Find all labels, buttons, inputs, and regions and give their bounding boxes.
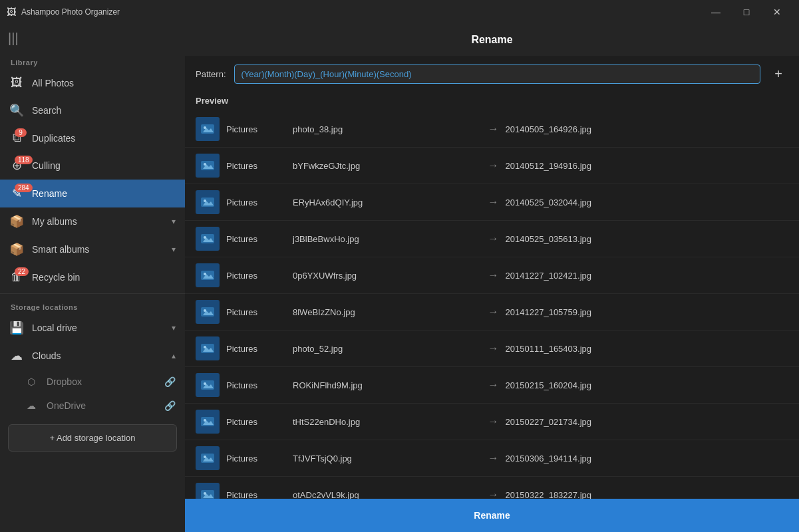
smart-albums-icon: 📦	[9, 242, 24, 257]
sidebar-item-label: Rename	[32, 188, 176, 199]
table-row: Pictures otADc2vVL9k.jpg → 20150322_1832…	[185, 477, 799, 499]
arrow-icon: →	[488, 160, 499, 172]
table-row: Pictures j3BlBeBwxHo.jpg → 20140525_0356…	[185, 221, 799, 257]
dropbox-icon: ⬡	[24, 376, 39, 387]
sidebar-item-all-photos[interactable]: 🖼 All Photos	[0, 69, 185, 96]
file-folder: Pictures	[226, 344, 286, 354]
sidebar-item-dropbox[interactable]: ⬡ Dropbox 🔗	[0, 370, 185, 394]
app-title: Ashampoo Photo Organizer	[21, 7, 695, 17]
file-renamed-name: 20140512_194916.jpg	[506, 161, 788, 171]
file-thumbnail	[196, 227, 220, 251]
file-original-name: ROKiNFlhd9M.jpg	[293, 380, 482, 390]
file-renamed-name: 20150306_194114.jpg	[506, 454, 788, 464]
hard-drive-icon: 💾	[9, 321, 24, 335]
all-photos-icon: 🖼	[9, 76, 24, 90]
svg-point-14	[204, 273, 206, 275]
file-original-name: 8lWeBIzZNo.jpg	[293, 307, 482, 317]
file-thumbnail	[196, 117, 220, 141]
sidebar-item-search[interactable]: 🔍 Search	[0, 96, 185, 124]
sidebar-item-label: Duplicates	[32, 133, 176, 144]
file-thumbnail	[196, 300, 220, 324]
svg-point-2	[204, 126, 206, 129]
minimize-button[interactable]: —	[701, 0, 731, 24]
sidebar-item-label: OneDrive	[47, 400, 156, 411]
my-albums-icon: 📦	[9, 214, 24, 229]
app-icon: 🖼	[7, 7, 16, 17]
sidebar-toolbar: |||	[0, 24, 185, 52]
table-row: Pictures photo_38.jpg → 20140505_164926.…	[185, 111, 799, 148]
close-button[interactable]: ✕	[762, 0, 792, 24]
table-row: Pictures TfJVFTsjQ0.jpg → 20150306_19411…	[185, 440, 799, 477]
file-renamed-name: 20150322_183227.jpg	[506, 490, 788, 499]
file-folder: Pictures	[226, 271, 286, 281]
duplicates-badge: 9	[15, 128, 27, 137]
file-thumbnail	[196, 190, 220, 214]
svg-point-20	[204, 346, 206, 348]
svg-point-11	[204, 236, 206, 239]
add-pattern-button[interactable]: +	[768, 64, 788, 84]
sidebar-toggle-icon[interactable]: |||	[8, 31, 19, 46]
sidebar-item-label: Smart albums	[32, 244, 164, 255]
file-thumbnail	[196, 410, 220, 434]
sidebar-divider	[0, 293, 185, 294]
cloud-icon: ☁	[9, 348, 24, 363]
link-icon: 🔗	[164, 376, 176, 387]
title-bar: 🖼 Ashampoo Photo Organizer — □ ✕	[0, 0, 799, 24]
storage-section-label: Storage locations	[0, 297, 185, 314]
file-renamed-name: 20141227_102421.jpg	[506, 271, 788, 281]
sidebar-item-rename[interactable]: 284 ✎ Rename	[0, 180, 185, 207]
pattern-bar: Pattern: +	[185, 56, 799, 92]
file-folder: Pictures	[226, 124, 286, 134]
file-renamed-name: 20140525_032044.jpg	[506, 198, 788, 207]
arrow-icon: →	[488, 123, 499, 135]
table-row: Pictures 8lWeBIzZNo.jpg → 20141227_10575…	[185, 294, 799, 331]
file-thumbnail	[196, 336, 220, 360]
maximize-button[interactable]: □	[731, 0, 762, 24]
arrow-icon: →	[488, 306, 499, 318]
arrow-icon: →	[488, 489, 499, 499]
svg-point-32	[204, 492, 206, 495]
sidebar-item-clouds[interactable]: ☁ Clouds ▴	[0, 342, 185, 370]
sidebar-item-culling[interactable]: 118 ⊕ Culling	[0, 152, 185, 180]
arrow-icon: →	[488, 342, 499, 354]
sidebar-item-smart-albums[interactable]: 📦 Smart albums ▾	[0, 235, 185, 263]
svg-point-8	[204, 200, 206, 202]
rename-badge: 284	[15, 184, 33, 192]
arrow-icon: →	[488, 233, 499, 245]
table-row: Pictures 0p6YXUWfrs.jpg → 20141227_10242…	[185, 257, 799, 294]
file-renamed-name: 20150215_160204.jpg	[506, 380, 788, 390]
sidebar-item-recycle-bin[interactable]: 22 🗑 Recycle bin	[0, 263, 185, 291]
app-body: ||| Library 🖼 All Photos 🔍 Search 9 ⧉ Du…	[0, 24, 799, 532]
onedrive-icon: ☁	[24, 400, 39, 411]
link-icon: 🔗	[164, 400, 176, 411]
table-row: Pictures ROKiNFlhd9M.jpg → 20150215_1602…	[185, 367, 799, 404]
file-original-name: j3BlBeBwxHo.jpg	[293, 234, 482, 244]
arrow-icon: →	[488, 452, 499, 464]
sidebar-item-onedrive[interactable]: ☁ OneDrive 🔗	[0, 394, 185, 418]
main-header: Rename	[185, 24, 799, 56]
chevron-up-icon: ▴	[172, 351, 176, 360]
table-row: Pictures ERyHAx6dQIY.jpg → 20140525_0320…	[185, 184, 799, 221]
svg-point-17	[204, 309, 206, 312]
sidebar-item-label: All Photos	[32, 78, 176, 88]
rename-button[interactable]: Rename	[185, 499, 799, 532]
file-folder: Pictures	[226, 307, 286, 317]
file-original-name: photo_38.jpg	[293, 124, 482, 134]
pattern-label: Pattern:	[196, 69, 226, 79]
file-folder: Pictures	[226, 380, 286, 390]
arrow-icon: →	[488, 196, 499, 208]
file-original-name: tHtS22enDHo.jpg	[293, 417, 482, 427]
add-storage-button[interactable]: + Add storage location	[8, 424, 177, 452]
file-thumbnail	[196, 263, 220, 287]
sidebar-item-label: Culling	[32, 160, 176, 171]
sidebar-item-my-albums[interactable]: 📦 My albums ▾	[0, 207, 185, 235]
search-icon: 🔍	[9, 103, 24, 118]
file-original-name: photo_52.jpg	[293, 344, 482, 354]
pattern-input[interactable]	[234, 65, 760, 84]
sidebar-item-duplicates[interactable]: 9 ⧉ Duplicates	[0, 124, 185, 152]
file-folder: Pictures	[226, 490, 286, 499]
sidebar-item-label: Dropbox	[47, 376, 156, 387]
sidebar-item-local-drive[interactable]: 💾 Local drive ▾	[0, 314, 185, 342]
window-controls: — □ ✕	[701, 0, 792, 24]
add-storage-label: + Add storage location	[49, 433, 135, 443]
